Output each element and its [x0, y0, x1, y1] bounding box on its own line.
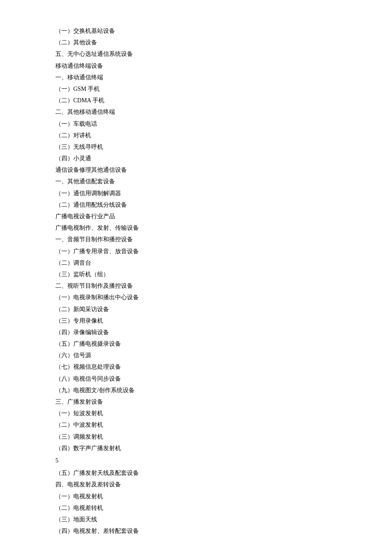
text-line-line36: （三）调频发射机	[55, 431, 337, 442]
text-line-line39: （五）广播发射天线及配套设备	[55, 468, 337, 478]
text-line-line20: （一）广播专用录音、放音设备	[55, 246, 337, 257]
text-line-line9: （一）车载电话	[55, 119, 337, 129]
text-line-line26: （三）专用录像机	[55, 315, 337, 326]
text-line-line12: （四）小灵通	[55, 153, 337, 164]
text-line-line32: （九）电视图文/创作系统设备	[55, 385, 337, 396]
text-line-line29: （六）信号源	[55, 350, 337, 361]
text-line-line10: （二）对讲机	[55, 130, 337, 141]
text-line-line28: （五）广播电视摄录设备	[55, 338, 337, 349]
text-line-line19: 一、音频节目制作和播控设备	[55, 234, 337, 245]
text-line-line35: （二）中波发射机	[55, 419, 337, 430]
text-line-line38: 5	[55, 455, 337, 466]
text-line-line37: （四）数字声广播发射机	[55, 443, 337, 454]
text-line-line41: （一）电视发射机	[55, 491, 337, 502]
text-line-line6: （一）GSM 手机	[55, 84, 337, 94]
text-line-line11: （三）无线寻呼机	[55, 142, 337, 152]
text-line-line4: 移动通信终端设备	[55, 61, 337, 71]
text-line-line16: （二）通信用配线分线设备	[55, 199, 337, 210]
text-line-line40: 四、电视发射及差转设备	[55, 479, 337, 490]
text-line-line22: （三）监听机（组）	[55, 269, 337, 280]
text-line-line30: （七）视频信息处理设备	[55, 361, 337, 372]
text-line-line24: （一）电视录制和播出中心设备	[55, 292, 337, 303]
text-line-line14: 一、其他通信配套设备	[55, 176, 337, 187]
text-line-line7: （二）CDMA 手机	[55, 95, 337, 106]
text-line-line21: （二）调音台	[55, 257, 337, 268]
text-line-line5: 一、移动通信终端	[55, 72, 337, 83]
text-line-line18: 广播电视制作、发射、传输设备	[55, 223, 337, 233]
text-line-line44: （四）电视发射、差转配套设备	[55, 526, 337, 536]
text-line-line3: 五、无中心选址通信系统设备	[55, 49, 337, 59]
text-line-line34: （一）短波发射机	[55, 408, 337, 419]
text-line-line25: （二）新闻采访设备	[55, 304, 337, 315]
text-line-line27: （四）录像编辑设备	[55, 327, 337, 338]
text-line-line42: （二）电视差转机	[55, 503, 337, 513]
text-line-line2: （二）其他设备	[55, 37, 337, 48]
page-content: （一）交换机基站设备（二）其他设备五、无中心选址通信系统设备移动通信终端设备一、…	[0, 0, 392, 555]
text-line-line33: 三、广播发射设备	[55, 396, 337, 407]
text-line-line1: （一）交换机基站设备	[55, 26, 337, 36]
text-line-line13: 通信设备修理其他通信设备	[55, 165, 337, 175]
text-line-line8: 二、其他移动通信终端	[55, 107, 337, 117]
text-line-line23: 二、视听节目制作及播控设备	[55, 280, 337, 291]
text-line-line17: 广播电视设备行业产品	[55, 211, 337, 222]
text-line-line15: （一）通信用调制解调器	[55, 188, 337, 199]
text-line-line43: （三）地面天线	[55, 514, 337, 525]
text-line-line31: （八）电视信号同步设备	[55, 373, 337, 384]
